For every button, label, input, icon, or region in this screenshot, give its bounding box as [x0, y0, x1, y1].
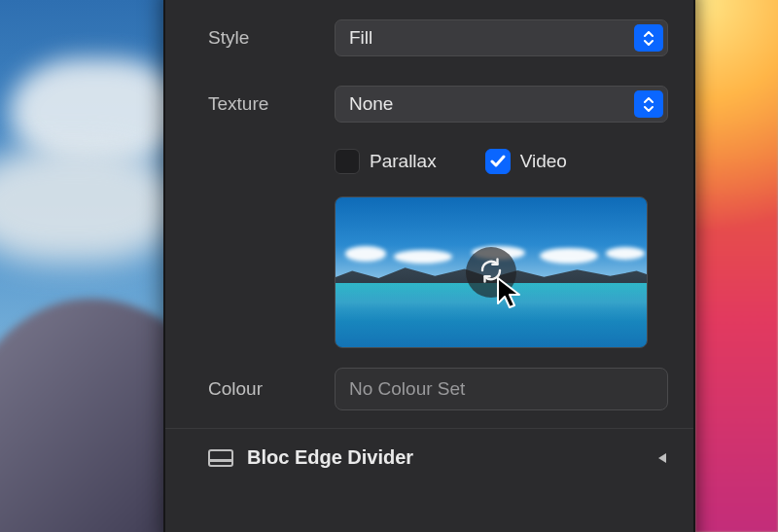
section-glyph-icon	[208, 449, 233, 467]
desktop-wallpaper-left	[0, 0, 165, 532]
texture-dropdown[interactable]: None	[335, 86, 668, 123]
section-header-bloc-edge-divider[interactable]: Bloc Edge Divider	[165, 429, 693, 486]
style-dropdown-value: Fill	[349, 27, 372, 49]
parallax-checkbox-label: Parallax	[370, 151, 437, 172]
texture-dropdown-value: None	[349, 93, 393, 115]
updown-chevrons-icon	[634, 24, 663, 52]
style-label: Style	[208, 27, 335, 49]
style-dropdown[interactable]: Fill	[335, 19, 668, 56]
inspector-panel: Style Fill Texture None	[163, 0, 695, 532]
colour-well-placeholder: No Colour Set	[349, 378, 465, 400]
desktop-wallpaper-right	[695, 0, 778, 532]
parallax-checkbox[interactable]	[335, 149, 360, 174]
colour-well[interactable]: No Colour Set	[335, 368, 668, 410]
cursor-arrow-icon	[495, 276, 526, 320]
texture-label: Texture	[208, 93, 335, 115]
section-title: Bloc Edge Divider	[247, 446, 413, 469]
colour-label: Colour	[208, 378, 335, 400]
video-checkbox-label: Video	[520, 151, 567, 172]
disclosure-triangle-icon	[656, 451, 668, 465]
background-video-thumbnail[interactable]	[335, 196, 648, 348]
video-checkbox[interactable]	[485, 149, 511, 174]
updown-chevrons-icon	[634, 90, 663, 118]
